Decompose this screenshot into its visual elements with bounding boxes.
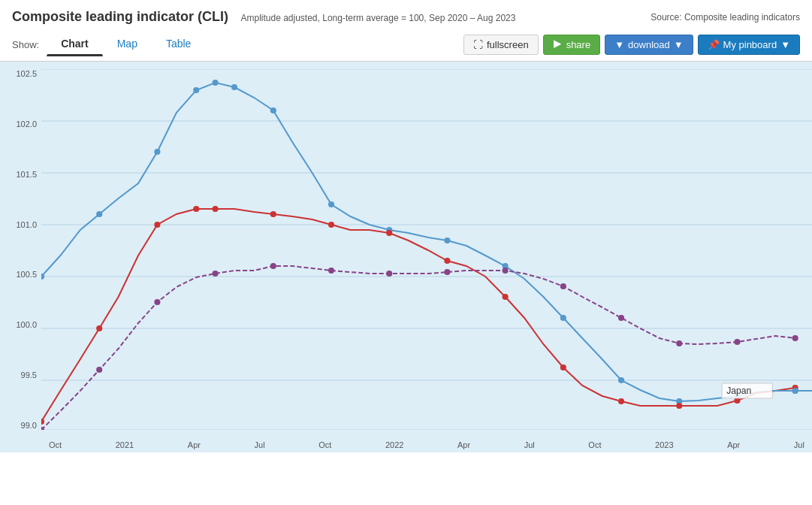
x-label-jul2023: Jul: [794, 440, 804, 449]
fullscreen-label: fullscreen: [487, 39, 529, 50]
download-button[interactable]: ▼ download ▼: [605, 35, 693, 55]
share-label: share: [566, 39, 591, 50]
tab-chart[interactable]: Chart: [47, 32, 103, 56]
chart-svg: Japan United States Korea: [41, 69, 812, 430]
page-source: Source: Composite leading indicators: [651, 12, 800, 23]
us-line: [41, 209, 795, 422]
x-label-jul2022: Jul: [524, 440, 535, 449]
svg-point-24: [41, 419, 44, 425]
svg-point-19: [560, 315, 566, 321]
svg-point-31: [386, 230, 392, 236]
x-label-2022: 2022: [385, 440, 403, 449]
x-label-apr2023: Apr: [727, 440, 740, 449]
svg-point-45: [386, 271, 392, 277]
x-label-jul2021: Jul: [255, 440, 265, 449]
share-button[interactable]: ⯈ share: [543, 35, 601, 55]
svg-point-35: [618, 398, 624, 404]
y-label-5: 100.0: [16, 320, 37, 329]
svg-point-41: [154, 299, 160, 305]
x-label-oct2021: Oct: [318, 440, 331, 449]
btn-group: ⛶ fullscreen ⯈ share ▼ download ▼ 📌 My p…: [463, 35, 800, 55]
fullscreen-icon: ⛶: [473, 39, 483, 50]
svg-point-9: [96, 211, 102, 217]
page-header: Composite leading indicator (CLI) Amplit…: [0, 0, 812, 28]
svg-point-48: [560, 283, 566, 289]
x-label-oct2022: Oct: [588, 440, 601, 449]
pin-icon: 📌: [708, 39, 720, 50]
svg-point-32: [444, 258, 450, 264]
pinboard-label: My pinboard: [723, 39, 777, 50]
x-label-oct2020: Oct: [49, 440, 62, 449]
svg-point-14: [270, 107, 276, 113]
share-icon: ⯈: [553, 39, 563, 50]
svg-point-51: [734, 339, 740, 345]
svg-point-30: [328, 222, 334, 228]
korea-dots: [41, 263, 798, 430]
pinboard-button[interactable]: 📌 My pinboard ▼: [698, 35, 800, 55]
svg-point-47: [503, 268, 509, 274]
svg-point-42: [213, 271, 219, 277]
download-arrow-icon: ▼: [674, 39, 684, 50]
svg-point-25: [96, 325, 102, 331]
svg-point-20: [618, 377, 624, 383]
svg-point-12: [213, 80, 219, 86]
svg-point-10: [154, 149, 160, 155]
download-icon: ▼: [614, 39, 624, 50]
svg-point-40: [96, 367, 102, 373]
y-label-4: 100.5: [16, 270, 37, 279]
svg-point-29: [270, 211, 276, 217]
svg-point-34: [560, 364, 566, 370]
svg-point-33: [503, 294, 509, 300]
japan-legend-text: Japan: [726, 386, 751, 396]
tab-group: Chart Map Table: [47, 32, 205, 56]
y-label-7: 99.0: [21, 421, 37, 430]
x-label-apr2022: Apr: [457, 440, 470, 449]
x-label-2021: 2021: [116, 440, 134, 449]
svg-point-17: [444, 237, 450, 243]
svg-point-52: [792, 335, 798, 341]
svg-point-55: [792, 388, 798, 394]
y-label-6: 99.5: [21, 370, 37, 380]
tab-table[interactable]: Table: [152, 32, 205, 56]
y-axis: 102.5 102.0 101.5 101.0 100.5 100.0 99.5…: [0, 69, 41, 430]
svg-point-13: [231, 84, 237, 90]
japan-line: [41, 83, 795, 401]
y-label-2: 101.5: [16, 170, 37, 179]
svg-point-11: [193, 87, 199, 93]
svg-point-50: [676, 340, 682, 346]
chart-area: 102.5 102.0 101.5 101.0 100.5 100.0 99.5…: [0, 62, 812, 452]
toolbar: Show: Chart Map Table ⛶ fullscreen ⯈ sha…: [0, 28, 812, 62]
fullscreen-button[interactable]: ⛶ fullscreen: [463, 35, 539, 55]
svg-point-46: [444, 269, 450, 275]
svg-point-26: [154, 222, 160, 228]
x-label-2023: 2023: [655, 440, 673, 449]
svg-point-28: [213, 206, 219, 212]
y-label-1: 102.0: [16, 119, 37, 129]
us-dots: [41, 206, 798, 425]
y-label-3: 101.0: [16, 220, 37, 229]
show-label: Show:: [12, 39, 39, 50]
x-label-apr2021: Apr: [188, 440, 201, 449]
japan-dots: [41, 80, 798, 404]
x-axis: Oct 2021 Apr Jul Oct 2022 Apr Jul Oct 20…: [41, 440, 812, 449]
pinboard-arrow-icon: ▼: [780, 39, 790, 50]
y-label-0: 102.5: [16, 69, 37, 78]
svg-point-49: [618, 315, 624, 321]
svg-point-43: [270, 263, 276, 269]
page-title: Composite leading indicator (CLI): [12, 9, 228, 24]
svg-point-36: [676, 403, 682, 409]
svg-point-15: [328, 201, 334, 207]
tab-map[interactable]: Map: [103, 32, 152, 56]
svg-point-27: [193, 206, 199, 212]
svg-point-44: [328, 268, 334, 274]
page-subtitle: Amplitude adjusted, Long-term average = …: [240, 13, 515, 23]
download-label: download: [628, 39, 670, 50]
